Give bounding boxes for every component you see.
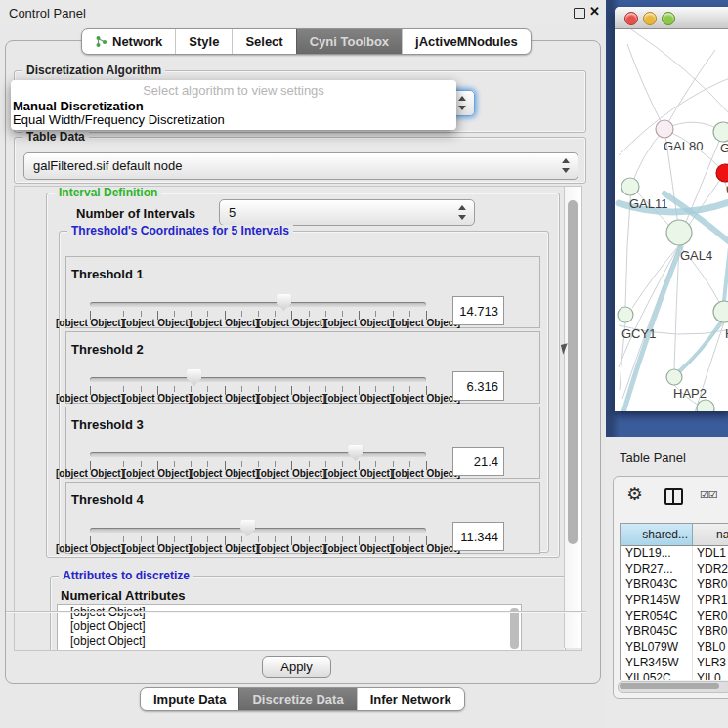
cell-name: YBL0	[693, 640, 728, 656]
network-node[interactable]	[656, 120, 673, 138]
threshold-value-field[interactable]	[452, 522, 504, 551]
slider-tick-label: [object Object]	[191, 543, 259, 554]
gear-icon[interactable]: ⚙	[626, 483, 643, 505]
table-row[interactable]: YBR043C YBR0	[621, 578, 728, 593]
threshold-value-field[interactable]	[452, 371, 504, 401]
slider-tick-label: [object Object]	[257, 318, 325, 328]
network-node[interactable]	[618, 307, 633, 322]
tab[interactable]: Style	[175, 29, 232, 54]
slider-tick-label: [object Object]	[392, 468, 460, 479]
network-node[interactable]	[713, 122, 728, 142]
tab-label: Cyni Toolbox	[310, 34, 389, 49]
network-node[interactable]	[716, 164, 728, 182]
column-header-shared-name[interactable]: shared...	[621, 524, 693, 545]
group-title: Interval Definition	[55, 187, 161, 199]
tab-label: Select	[245, 34, 282, 49]
slider-tick-label: [object Object]	[257, 543, 325, 554]
slider-track[interactable]	[90, 302, 426, 307]
network-node[interactable]	[697, 400, 714, 411]
attributes-group: Attributes to discretize Numerical Attri…	[50, 576, 566, 651]
threshold-value-field[interactable]	[452, 296, 504, 325]
network-node[interactable]	[666, 220, 692, 245]
slider-track[interactable]	[90, 528, 426, 533]
network-icon	[95, 35, 107, 48]
column-header-name[interactable]: na	[693, 524, 728, 545]
tab[interactable]: Infer Network	[357, 688, 464, 710]
cell-shared-name: YIL052C	[621, 671, 693, 680]
table-row[interactable]: YBL079W YBL0	[621, 640, 728, 656]
node-label: GCY1	[621, 326, 656, 341]
minimize-traffic-light-icon[interactable]	[643, 12, 657, 25]
table-row[interactable]: YDR27... YDR2	[621, 562, 728, 578]
slider-thumb[interactable]	[187, 369, 201, 386]
tab[interactable]: Discretize Data	[238, 688, 356, 710]
zoom-traffic-light-icon[interactable]	[662, 12, 675, 25]
tab-label: Infer Network	[370, 692, 451, 707]
network-canvas-svg: GAL80GACGAL11GAL4GCY1HHAP2	[615, 29, 728, 411]
number-of-intervals-combobox[interactable]: 5	[219, 199, 475, 226]
slider-thumb[interactable]	[240, 520, 255, 536]
table-row[interactable]: YLR345W YLR3	[621, 656, 728, 671]
list-item[interactable]: [object Object]	[58, 634, 521, 649]
slider-tick-labels: [object Object] [object Object] [object …	[90, 543, 426, 554]
numerical-attributes-label: Numerical Attributes	[61, 588, 185, 603]
slider-track[interactable]	[90, 377, 426, 382]
table-panel-area: Table Panel ⚙ ☑☑ shared... na YDL19... Y…	[606, 437, 728, 728]
checkboxes-icon[interactable]: ☑☑	[700, 489, 717, 501]
apply-button[interactable]: Apply	[262, 656, 331, 678]
float-window-icon[interactable]	[574, 8, 585, 19]
node-label: GAL4	[680, 248, 712, 263]
node-label: HAP2	[673, 386, 707, 401]
network-canvas[interactable]: GAL80GACGAL11GAL4GCY1HHAP2	[615, 29, 728, 411]
tab[interactable]: Cyni Toolbox	[296, 29, 402, 54]
cell-shared-name: YPR145W	[621, 593, 693, 609]
node-label: GAL11	[629, 196, 668, 211]
slider-tick-label: [object Object]	[324, 393, 393, 404]
cell-name: YLR3	[693, 656, 728, 671]
tab[interactable]: Impute Data	[141, 688, 238, 710]
close-traffic-light-icon[interactable]	[624, 12, 638, 25]
stepper-arrows-icon	[561, 157, 571, 174]
network-node[interactable]	[713, 301, 728, 322]
network-node[interactable]	[621, 178, 639, 195]
close-icon[interactable]: ✕	[589, 4, 600, 19]
threshold-panel: Threshold 4 [object Object] [object Obje…	[65, 482, 540, 554]
tab[interactable]: jActiveMNodules	[402, 29, 531, 54]
tab[interactable]: Select	[232, 29, 295, 54]
slider-tick-label: [object Object]	[123, 318, 192, 328]
list-item[interactable]: [object Object]	[58, 620, 521, 634]
vertical-scrollbar[interactable]	[564, 187, 581, 648]
table-row[interactable]: YIL052C YIL0	[621, 671, 728, 680]
scrollbar-thumb[interactable]	[568, 200, 578, 544]
slider-tick-label: [object Object]	[56, 468, 124, 479]
slider-tick-label: [object Object]	[56, 393, 124, 404]
dropdown-option[interactable]: Equal Width/Frequency Discretization	[11, 113, 456, 127]
threshold-panel: Threshold 1 [object Object] [object Obje…	[65, 256, 540, 328]
table-row[interactable]: YPR145W YPR1	[621, 593, 728, 609]
tab-label: Style	[189, 34, 219, 49]
group-title: Table Data	[22, 131, 89, 144]
table-data-combobox[interactable]: galFiltered.sif default node	[23, 152, 578, 180]
cyni-mode-tabbar: Impute Data Discretize Data Infer Networ…	[140, 687, 465, 711]
split-view-icon[interactable]	[664, 488, 683, 505]
scrollbar-thumb[interactable]	[620, 683, 719, 689]
table-row[interactable]: YDL19... YDL1	[621, 546, 728, 562]
dropdown-option[interactable]: Manual Discretization	[11, 100, 456, 113]
network-node[interactable]	[666, 369, 682, 385]
panel-title: Control Panel	[9, 6, 86, 21]
table-row[interactable]: YER054C YER0	[621, 609, 728, 624]
slider-tick-labels: [object Object] [object Object] [object …	[90, 393, 426, 404]
list-scrollbar[interactable]	[510, 608, 519, 649]
tab[interactable]: Network	[82, 29, 175, 54]
network-window-titlebar[interactable]	[615, 7, 728, 29]
slider-track[interactable]	[90, 452, 426, 457]
horizontal-scrollbar[interactable]	[618, 681, 728, 693]
slider-thumb[interactable]	[348, 445, 363, 461]
slider-thumb[interactable]	[277, 294, 291, 311]
cell-name: YBR0	[693, 578, 728, 593]
cell-name: YPR1	[693, 593, 728, 609]
table-row[interactable]: YBR045C YBR0	[621, 624, 728, 640]
cell-shared-name: YBL079W	[621, 640, 693, 656]
interval-definition-group: Interval Definition Number of Intervals …	[46, 193, 560, 558]
threshold-value-field[interactable]	[452, 447, 504, 476]
